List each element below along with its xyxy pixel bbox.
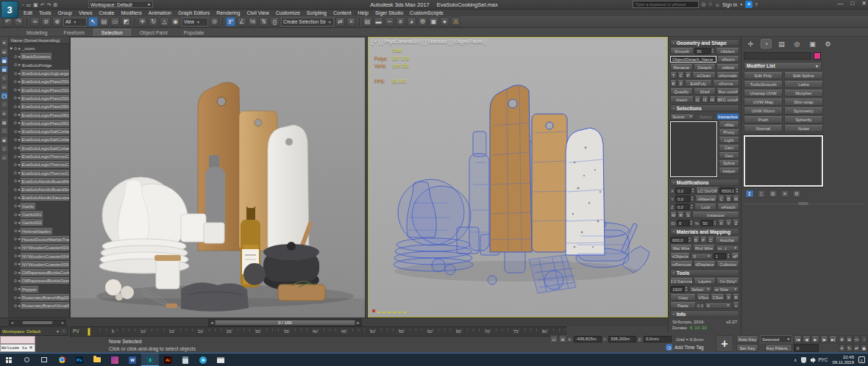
- explorer-row[interactable]: ⊙●HelenaNapkin: [9, 227, 69, 235]
- section-header-geometry-and-shape[interactable]: ▪Geometry and Shape: [670, 39, 739, 46]
- taskbar-file-explorer[interactable]: [88, 354, 106, 366]
- modifier-button-push[interactable]: Push: [744, 116, 783, 123]
- visibility-eye-icon[interactable]: ⊙: [14, 121, 18, 125]
- a360-icon[interactable]: ✕: [745, 1, 753, 8]
- button-xforms[interactable]: xForms: [713, 80, 740, 87]
- visibility-eye-icon[interactable]: ⊙: [14, 262, 18, 266]
- workspace-mini-button[interactable]: [61, 329, 66, 334]
- button-mremove[interactable]: mRemove: [670, 261, 693, 268]
- chevron-down-icon[interactable]: ▼: [739, 2, 743, 7]
- button-copy[interactable]: Copy: [670, 294, 696, 301]
- button-spline[interactable]: Spline: [719, 160, 739, 167]
- menu-group[interactable]: Group: [57, 10, 71, 15]
- button-box-on-off[interactable]: Box on/off: [716, 88, 739, 95]
- explorer-row[interactable]: ⊙●EvaSoloLegioPlate25Des: [9, 94, 69, 102]
- spinner-arrows-icon[interactable]: ▲▼: [691, 187, 695, 194]
- hierarchy-tab[interactable]: ▤: [776, 39, 787, 49]
- maximize-button[interactable]: □: [850, 0, 854, 7]
- dropdown-0[interactable]: 0▼: [705, 302, 732, 309]
- visibility-eye-icon[interactable]: ⊙: [14, 195, 18, 200]
- explorer-row[interactable]: ⊙●RosemaryBranchBig002: [9, 293, 69, 301]
- mirror-icon[interactable]: ⇄: [335, 17, 345, 26]
- visibility-eye-icon[interactable]: ⊙: [14, 304, 18, 308]
- maxscript-mini-listener[interactable]: Welcome to M: [0, 344, 35, 352]
- explorer-frame-icon[interactable]: ▣: [1, 136, 8, 143]
- explorer-row[interactable]: ⊙●Garlic001: [9, 210, 69, 218]
- volume-icon[interactable]: [811, 359, 814, 362]
- explorer-row[interactable]: ⊙●EvaSoloLegioPlate28Des: [9, 102, 69, 110]
- crossing-selection-icon[interactable]: ◩: [121, 17, 131, 26]
- explorer-row[interactable]: ⊙●EvaSoloLegioPlate25Des: [9, 77, 69, 85]
- button-b[interactable]: B: [725, 195, 732, 202]
- placement-icon[interactable]: ◉: [171, 17, 180, 26]
- spinner-30[interactable]: 30▲▼: [694, 48, 715, 54]
- pin-stack-icon[interactable]: ↧: [745, 190, 754, 198]
- explorer-header[interactable]: Name (Sorted Ascending): [9, 37, 69, 44]
- button-editpoly[interactable]: EditPoly: [685, 80, 712, 87]
- maxscript-listener[interactable]: [0, 336, 35, 344]
- menu-scripting[interactable]: Scripting: [307, 10, 327, 15]
- selection-listbox[interactable]: [670, 121, 717, 177]
- explorer-row[interactable]: ⊙●Garlic002: [9, 218, 69, 226]
- explorer-display-icon[interactable]: ⊞: [1, 48, 8, 55]
- spinner-0-0[interactable]: 0,0▲▼: [675, 187, 695, 194]
- menu-customscripts[interactable]: CustomScripts: [410, 10, 444, 15]
- time-slider-thumb[interactable]: 0 / 100: [215, 320, 355, 326]
- visibility-eye-icon[interactable]: ⊙: [14, 254, 18, 258]
- viewport-menu-standard[interactable]: [ Standard ]: [425, 39, 450, 44]
- button-smooth[interactable]: Smooth: [670, 48, 694, 54]
- y-coordinate-field[interactable]: 536,203m: [608, 336, 636, 342]
- button-autoflat[interactable]: Autoflat: [715, 237, 740, 243]
- modifier-stack-list[interactable]: [744, 135, 823, 187]
- unlink-icon[interactable]: ⊘: [41, 17, 51, 26]
- taskbar-app-tile[interactable]: [106, 354, 124, 366]
- visibility-eye-icon[interactable]: ⊙: [14, 162, 18, 167]
- menu-graph-editors[interactable]: Graph Editors: [178, 10, 210, 15]
- track-bar[interactable]: PV 5101520253035404550556065707580: [70, 326, 566, 337]
- taskbar-3ds-max[interactable]: 3: [141, 354, 159, 366]
- menu-content[interactable]: Content: [333, 10, 352, 15]
- button-ddisplace[interactable]: dDisplace: [694, 261, 716, 268]
- menu-tools[interactable]: Tools: [39, 10, 51, 15]
- render-icon[interactable]: ●: [440, 17, 449, 26]
- explorer-circle-icon[interactable]: ◯: [1, 92, 8, 99]
- visibility-eye-icon[interactable]: ⊙: [14, 279, 18, 283]
- object-color-swatch[interactable]: [814, 52, 821, 60]
- visibility-eye-icon[interactable]: ⊙: [14, 270, 18, 275]
- maximize-viewport-icon[interactable]: ▣: [861, 344, 867, 352]
- explorer-fence-icon[interactable]: ◔: [1, 101, 8, 108]
- visibility-eye-icon[interactable]: ⊙: [14, 179, 18, 183]
- modifier-button-symmetry[interactable]: Symmetry: [784, 107, 823, 115]
- go-to-start-icon[interactable]: |◀: [794, 335, 802, 343]
- curve-editor-icon[interactable]: ∼: [385, 17, 394, 26]
- modifier-list-dropdown[interactable]: Modifier List ▼: [744, 62, 822, 70]
- keyboard-language[interactable]: РУС: [818, 357, 828, 362]
- button-interactive[interactable]: Interactive: [716, 113, 739, 120]
- modifier-button-skin-wrap[interactable]: Skin wrap: [784, 98, 823, 106]
- percent-snap-icon[interactable]: %: [248, 17, 257, 26]
- visibility-eye-icon[interactable]: ⊙: [14, 79, 18, 84]
- isolate-selection-icon[interactable]: ⊡: [550, 335, 558, 342]
- explorer-container-icon[interactable]: ▱: [1, 154, 8, 161]
- explorer-row[interactable]: ⊙●EvaSoloNordicBoardSma: [9, 185, 69, 193]
- rect-selection-icon[interactable]: ▭: [110, 17, 120, 26]
- move-icon[interactable]: ✛: [138, 17, 147, 26]
- tray-expand-icon[interactable]: ∧: [794, 357, 797, 362]
- button-lc-on-off[interactable]: LC On/Off: [696, 187, 719, 194]
- visibility-eye-icon[interactable]: ⊙: [14, 187, 18, 192]
- explorer-row[interactable]: ⊙●OilRapeseedBottleCork: [9, 268, 69, 276]
- visibility-eye-icon[interactable]: ⊙: [14, 112, 18, 117]
- taskbar-word[interactable]: W: [124, 354, 141, 366]
- zoom-extents-icon[interactable]: ▭: [853, 335, 860, 343]
- modifier-button-uvw-map[interactable]: UVW Map: [744, 98, 783, 106]
- z-coordinate-field[interactable]: 0,0mm: [644, 336, 672, 342]
- utilities-tab[interactable]: ⚙: [822, 39, 833, 49]
- visibility-eye-icon[interactable]: ⊙: [14, 245, 18, 250]
- visibility-eye-icon[interactable]: ⊙: [14, 137, 18, 142]
- section-header-selections[interactable]: ▪Selections: [670, 104, 739, 112]
- explorer-row[interactable]: ⊙●EvaSoloLegioThermoCup: [9, 152, 69, 160]
- spinner-arrows-icon[interactable]: ▲▼: [711, 48, 715, 54]
- visibility-eye-icon[interactable]: ⊙: [14, 237, 18, 241]
- explorer-row[interactable]: ⊙●EvaSoloLegioSaltCellarSp: [9, 144, 69, 152]
- modifier-button-uvw-xform[interactable]: UVW Xform: [744, 107, 783, 115]
